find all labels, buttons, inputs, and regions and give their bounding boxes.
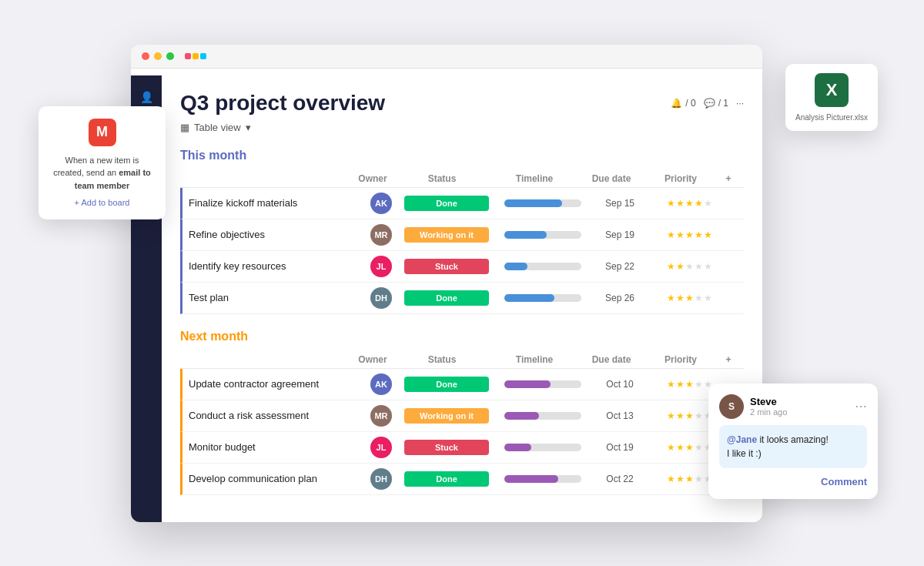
gmail-logo-icon: M	[89, 119, 116, 146]
minimize-button-icon[interactable]	[154, 52, 162, 60]
due-date: Sep 26	[589, 293, 651, 303]
next-month-table-header: Owner Status Timeline Due date Priority …	[180, 351, 744, 369]
priority-stars: ★★★★★	[651, 229, 728, 240]
app-logo	[185, 53, 206, 59]
excel-logo-icon: X	[815, 73, 849, 107]
due-date: Sep 19	[589, 229, 651, 240]
task-name: Test plan	[189, 292, 358, 303]
comment-body: @Jane it looks amazing!I like it :)	[719, 425, 867, 468]
task-name: Refine objectives	[189, 229, 358, 240]
status-badge: Working on it	[404, 227, 489, 243]
due-date: Sep 15	[589, 198, 651, 209]
like-icon: 🔔	[671, 98, 682, 109]
col-status: Status	[396, 354, 488, 365]
priority-stars: ★★★★★	[651, 261, 728, 272]
avatar: DH	[370, 468, 392, 490]
comment-icon: 💬	[704, 98, 715, 109]
gmail-integration-card: M When a new item is created, send an em…	[38, 106, 166, 220]
view-label: Table view	[194, 122, 241, 133]
page-title: Q3 project overview	[180, 91, 385, 116]
page-header: Q3 project overview 🔔 / 0 💬 / 1 ···	[180, 91, 744, 116]
gmail-add-to-board-link[interactable]: + Add to board	[51, 198, 153, 207]
due-date: Oct 19	[589, 442, 651, 453]
col-due: Due date	[581, 173, 642, 184]
col-due: Due date	[581, 354, 642, 365]
window-titlebar	[131, 45, 762, 69]
table-row: Monitor budget JL Stuck Oct 19 ★★★★★	[180, 432, 744, 464]
col-timeline: Timeline	[488, 354, 581, 365]
comment-mention: @Jane	[727, 434, 757, 445]
comment-footer: Comment	[719, 474, 867, 488]
task-name: Identify key resources	[189, 260, 358, 272]
this-month-table-header: Owner Status Timeline Due date Priority …	[180, 170, 744, 188]
status-badge: Done	[404, 471, 489, 487]
this-month-title: This month	[180, 149, 744, 162]
table-row: Conduct a risk assessment MR Working on …	[180, 400, 744, 432]
table-row: Identify key resources JL Stuck Sep 22 ★…	[180, 251, 744, 283]
comment-count: / 1	[718, 98, 728, 109]
comments-button[interactable]: 💬 / 1	[704, 98, 728, 109]
avatar: DH	[370, 287, 392, 309]
avatar: MR	[370, 405, 392, 427]
next-month-section: Next month Owner Status Timeline Due dat…	[180, 330, 744, 495]
comment-header: S Steve 2 min ago ⋯	[719, 394, 867, 419]
like-count: / 0	[685, 98, 695, 109]
due-date: Sep 22	[589, 261, 651, 272]
status-badge: Working on it	[404, 408, 489, 424]
task-name: Monitor budget	[189, 441, 358, 453]
col-timeline: Timeline	[488, 173, 581, 184]
col-status: Status	[396, 173, 488, 184]
avatar: AK	[370, 193, 392, 214]
timeline-bar	[504, 263, 581, 270]
task-name: Update contractor agreement	[189, 378, 358, 390]
sidebar-person-icon[interactable]: 👤	[137, 88, 156, 106]
status-badge: Stuck	[404, 440, 489, 455]
table-row: Develop communication plan DH Done Oct 2…	[180, 464, 744, 495]
maximize-button-icon[interactable]	[166, 52, 174, 60]
avatar: JL	[370, 437, 392, 458]
view-selector[interactable]: ▦ Table view ▾	[180, 122, 744, 133]
timeline-bar	[504, 231, 581, 239]
close-button-icon[interactable]	[142, 52, 149, 60]
main-content: Q3 project overview 🔔 / 0 💬 / 1 ··· ▦ Ta	[162, 75, 762, 522]
gmail-card-text: When a new item is created, send an emai…	[51, 154, 153, 193]
col-owner: Owner	[350, 173, 396, 184]
table-row: Update contractor agreement AK Done Oct …	[180, 369, 744, 400]
col-priority: Priority	[642, 354, 719, 365]
table-row: Refine objectives MR Working on it Sep 1…	[180, 219, 744, 251]
this-month-section: This month Owner Status Timeline Due dat…	[180, 149, 744, 314]
status-badge: Stuck	[404, 259, 489, 274]
comment-options-icon[interactable]: ⋯	[855, 399, 867, 414]
likes-button[interactable]: 🔔 / 0	[671, 98, 695, 109]
comment-card: S Steve 2 min ago ⋯ @Jane it looks amazi…	[708, 383, 878, 499]
col-owner: Owner	[350, 354, 396, 365]
chevron-down-icon: ▾	[246, 122, 251, 133]
timeline-bar	[504, 412, 581, 420]
status-badge: Done	[404, 290, 489, 306]
avatar: AK	[370, 373, 392, 395]
header-actions: 🔔 / 0 💬 / 1 ···	[671, 98, 744, 109]
comment-button[interactable]: Comment	[821, 476, 867, 487]
table-icon: ▦	[180, 122, 189, 133]
timeline-bar	[504, 380, 581, 388]
due-date: Oct 10	[589, 379, 651, 390]
avatar: JL	[370, 256, 392, 277]
next-month-title: Next month	[180, 330, 744, 343]
table-row: Finalize kickoff materials AK Done Sep 1…	[180, 188, 744, 219]
due-date: Oct 13	[589, 410, 651, 421]
excel-filename: Analysis Picturer.xlsx	[795, 113, 869, 122]
col-add[interactable]: +	[719, 354, 738, 365]
main-window: 👤 🔍 ? Q3 project overview 🔔 / 0 💬 / 1	[131, 45, 762, 522]
timeline-bar	[504, 444, 581, 451]
more-options-button[interactable]: ···	[736, 98, 744, 109]
col-priority: Priority	[642, 173, 719, 184]
comment-timestamp: 2 min ago	[750, 407, 787, 417]
priority-stars: ★★★★★	[651, 198, 728, 209]
timeline-bar	[504, 294, 581, 302]
task-name: Develop communication plan	[189, 473, 358, 484]
avatar: MR	[370, 224, 392, 246]
col-add[interactable]: +	[719, 173, 738, 184]
task-name: Finalize kickoff materials	[189, 197, 358, 209]
status-badge: Done	[404, 196, 489, 211]
priority-stars: ★★★★★	[651, 293, 728, 303]
